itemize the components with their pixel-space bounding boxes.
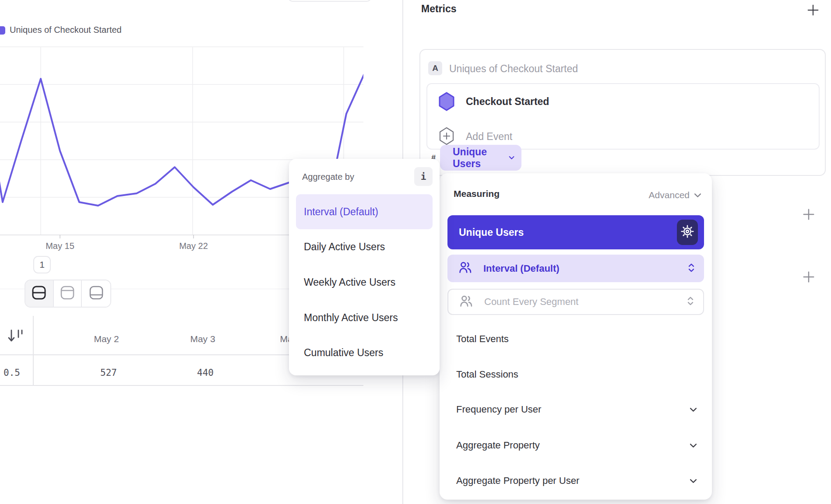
info-button[interactable]: i — [414, 167, 433, 186]
table-sort-button[interactable] — [7, 328, 25, 346]
users-icon — [460, 295, 473, 309]
pagination-page-button[interactable]: 1 — [33, 256, 51, 273]
top-band-icon — [60, 285, 75, 302]
chevron-down-icon — [694, 193, 701, 198]
aggregate-popover-title: Aggregate by — [302, 172, 354, 182]
aggregate-option-weekly-active-users[interactable]: Weekly Active Users — [304, 276, 395, 288]
aggregate-by-popover: Aggregate by i Interval (Default) Daily … — [289, 159, 440, 375]
measurement-option-aggregate-property[interactable]: Aggregate Property — [456, 440, 697, 451]
table-row-label-fragment: 0.5 — [0, 368, 20, 378]
layout-chart-only-button[interactable] — [54, 280, 82, 307]
add-event-hexagon-plus-icon — [439, 127, 454, 147]
interval-row-label: Interval (Default) — [483, 263, 687, 274]
measurement-settings-button[interactable] — [677, 220, 698, 245]
measuring-popover-title: Measuring — [454, 189, 500, 199]
plus-icon — [806, 10, 820, 18]
table-column-header: May 3 — [190, 334, 215, 344]
option-label: Aggregate Property — [456, 440, 540, 451]
add-event-button[interactable]: Add Event — [466, 131, 512, 143]
users-icon — [459, 262, 472, 275]
aggregate-option-monthly-active-users[interactable]: Monthly Active Users — [304, 312, 398, 324]
interval-selector-row[interactable]: Interval (Default) — [447, 255, 704, 282]
option-label: Aggregate Property per User — [456, 475, 579, 486]
metrics-section-title: Metrics — [421, 3, 457, 15]
table-column-separator — [33, 316, 34, 386]
aggregate-option-interval-default-selected[interactable]: Interval (Default) — [296, 194, 433, 229]
plus-icon — [802, 215, 815, 222]
table-cell-value: 440 — [197, 368, 214, 378]
measurement-chip-label: Unique Users — [453, 146, 503, 170]
segment-row-label: Count Every Segment — [484, 296, 687, 308]
gear-icon — [681, 225, 694, 240]
chevron-down-icon — [690, 443, 697, 448]
chart-table-layout-switcher — [25, 280, 111, 308]
table-column-header: May 2 — [94, 334, 119, 344]
up-down-chevrons-icon — [687, 296, 694, 308]
table-cell-value: 527 — [100, 368, 117, 378]
aggregate-option-daily-active-users[interactable]: Daily Active Users — [304, 241, 385, 253]
chevron-down-icon — [509, 155, 514, 160]
measurement-option-unique-users[interactable]: Unique Users — [447, 215, 704, 249]
metric-name-field[interactable]: Uniques of Checkout Started — [449, 63, 578, 75]
count-every-segment-row[interactable]: Count Every Segment — [447, 289, 704, 315]
measuring-popover: Measuring Advanced Unique Users — [440, 173, 712, 500]
measurement-option-total-sessions[interactable]: Total Sessions — [456, 369, 518, 380]
advanced-label: Advanced — [649, 190, 690, 200]
bottom-band-icon — [89, 285, 104, 302]
selected-aggregate-label: Interval (Default) — [304, 206, 378, 218]
measurement-option-frequency-per-user[interactable]: Frequency per User — [456, 404, 697, 415]
chevron-down-icon — [690, 407, 697, 412]
sort-descending-icon — [7, 338, 25, 345]
event-card: Checkout Started Add Event — [426, 83, 820, 150]
advanced-mode-toggle[interactable]: Advanced — [649, 190, 701, 200]
add-metric-button[interactable] — [806, 4, 820, 18]
chevron-down-icon — [690, 479, 697, 483]
measurement-option-aggregate-property-per-user[interactable]: Aggregate Property per User — [456, 475, 697, 486]
event-name[interactable]: Checkout Started — [466, 96, 549, 108]
add-breakdown-button[interactable] — [802, 270, 815, 285]
layout-table-only-button[interactable] — [82, 280, 110, 307]
split-rows-icon — [32, 285, 46, 302]
aggregate-option-cumulative-users[interactable]: Cumulative Users — [304, 347, 384, 359]
table-row-border — [0, 385, 363, 386]
option-label: Frequency per User — [456, 404, 541, 415]
x-axis-tick-label: May 22 — [179, 241, 208, 251]
metric-card: A Uniques of Checkout Started Checkout S… — [419, 49, 826, 176]
selected-measurement-label: Unique Users — [459, 227, 524, 238]
measurement-dropdown-chip[interactable]: Unique Users — [440, 145, 521, 171]
add-filter-button[interactable] — [802, 208, 815, 223]
metric-letter-badge: A — [428, 61, 442, 75]
measurement-option-total-events[interactable]: Total Events — [456, 333, 509, 345]
layout-split-view-button[interactable] — [25, 280, 54, 307]
up-down-chevrons-icon — [687, 263, 695, 274]
event-hexagon-icon — [439, 92, 454, 113]
x-axis-tick-label: May 15 — [46, 241, 74, 251]
plus-icon — [802, 277, 815, 285]
